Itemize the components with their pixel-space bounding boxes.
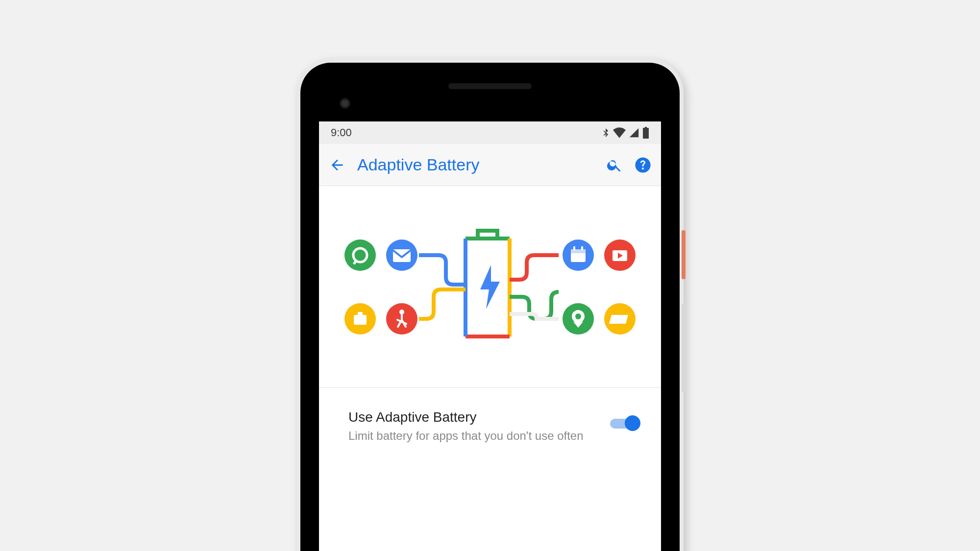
search-icon [606,157,623,173]
phone-bezel: 9:00 Adaptive Battery [300,63,680,551]
help-button[interactable] [635,157,651,173]
help-icon [635,157,651,173]
phone-front-camera [340,98,350,109]
setting-text: Use Adaptive Battery Limit battery for a… [348,409,610,444]
phone-volume-button [682,304,686,392]
arrow-back-icon [329,157,345,173]
status-time: 9:00 [331,126,352,139]
adaptive-battery-toggle[interactable] [610,414,638,432]
back-button[interactable] [329,157,345,173]
app-bar: Adaptive Battery [319,144,661,186]
svg-point-2 [344,240,376,271]
svg-rect-14 [573,246,575,250]
search-button[interactable] [606,157,623,173]
svg-rect-15 [581,246,583,250]
status-icons [601,126,649,139]
toggle-thumb [625,415,640,431]
battery-apps-illustration-icon [333,221,647,353]
page-title: Adaptive Battery [357,155,594,174]
svg-rect-13 [571,249,586,253]
adaptive-battery-setting-row[interactable]: Use Adaptive Battery Limit battery for a… [319,388,661,444]
status-bar: 9:00 [319,121,661,144]
svg-rect-8 [358,312,363,316]
svg-rect-7 [354,315,367,325]
phone-screen: 9:00 Adaptive Battery [319,121,661,551]
svg-point-19 [575,313,581,319]
phone-frame: 9:00 Adaptive Battery [296,59,684,551]
wifi-icon [613,127,626,138]
phone-power-button [682,230,686,279]
setting-title: Use Adaptive Battery [348,409,595,425]
setting-subtitle: Limit battery for apps that you don't us… [348,428,595,444]
adaptive-battery-illustration [319,186,661,388]
bluetooth-icon [601,126,610,139]
battery-icon [642,127,649,139]
cellular-icon [629,127,639,138]
phone-speaker [448,83,532,89]
